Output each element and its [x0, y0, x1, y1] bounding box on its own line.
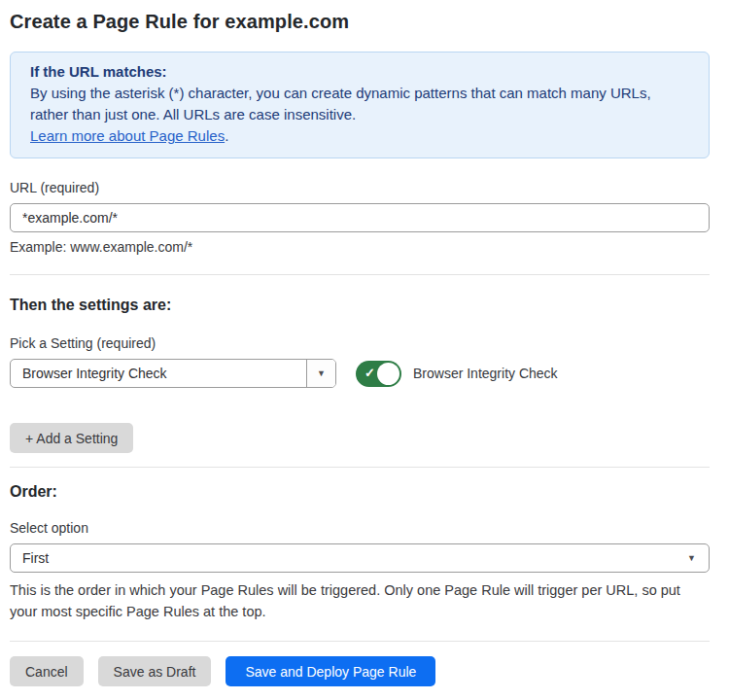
link-period: .	[225, 127, 228, 144]
browser-integrity-toggle[interactable]: ✓	[356, 361, 401, 387]
divider	[10, 641, 710, 642]
order-helper-text: This is the order in which your Page Rul…	[10, 579, 710, 622]
page-title: Create a Page Rule for example.com	[10, 11, 710, 33]
info-box-heading: If the URL matches:	[30, 61, 689, 83]
form-actions: Cancel Save as Draft Save and Deploy Pag…	[10, 656, 710, 686]
check-icon: ✓	[364, 367, 375, 379]
settings-section-heading: Then the settings are:	[10, 297, 710, 314]
divider	[10, 467, 710, 468]
learn-more-link[interactable]: Learn more about Page Rules	[30, 127, 225, 144]
save-and-deploy-button[interactable]: Save and Deploy Page Rule	[226, 656, 435, 686]
info-box-link-line: Learn more about Page Rules.	[30, 125, 689, 147]
save-as-draft-button[interactable]: Save as Draft	[98, 656, 212, 686]
url-input[interactable]	[10, 203, 710, 232]
order-select[interactable]: First ▼	[10, 543, 710, 573]
chevron-down-icon: ▼	[687, 553, 696, 563]
toggle-label: Browser Integrity Check	[413, 366, 558, 381]
url-field-label: URL (required)	[10, 180, 710, 195]
setting-row: Browser Integrity Check ▼ ✓ Browser Inte…	[10, 359, 710, 388]
divider	[10, 274, 710, 275]
info-box-body: By using the asterisk (*) character, you…	[30, 83, 689, 125]
cancel-button[interactable]: Cancel	[10, 656, 84, 686]
chevron-down-icon: ▼	[317, 368, 326, 378]
order-section-heading: Order:	[10, 483, 710, 501]
setting-picker-arrow-button[interactable]: ▼	[306, 360, 335, 387]
add-setting-button[interactable]: + Add a Setting	[10, 423, 133, 453]
setting-picker-dropdown[interactable]: Browser Integrity Check ▼	[10, 359, 336, 388]
pick-setting-label: Pick a Setting (required)	[10, 335, 710, 351]
setting-picker-value: Browser Integrity Check	[11, 360, 306, 387]
toggle-knob	[377, 363, 399, 385]
select-option-label: Select option	[10, 520, 710, 536]
url-example-helper: Example: www.example.com/*	[10, 239, 710, 255]
page-rule-form: Create a Page Rule for example.com If th…	[0, 0, 729, 686]
order-select-value: First	[22, 550, 49, 566]
url-match-info-box: If the URL matches: By using the asteris…	[10, 52, 710, 158]
